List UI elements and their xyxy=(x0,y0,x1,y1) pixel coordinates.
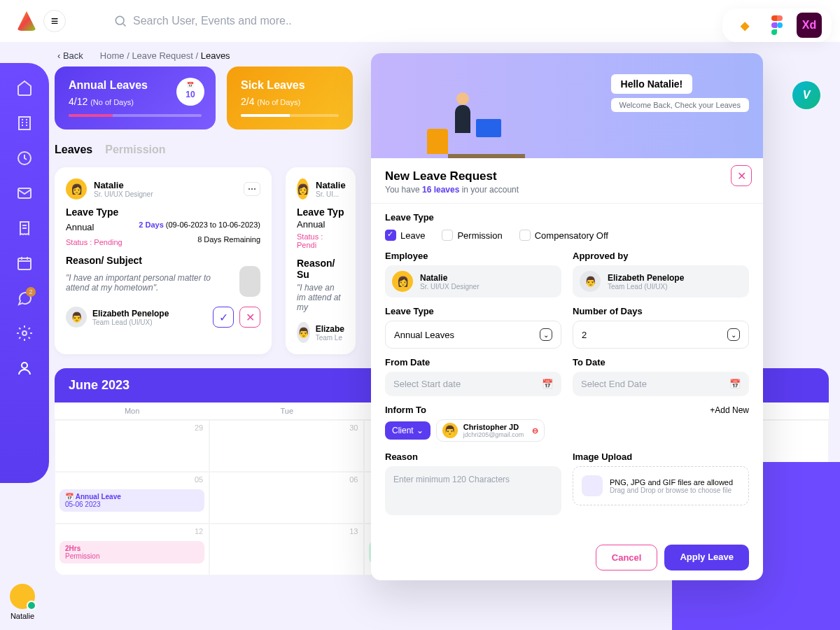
xd-icon: Xd xyxy=(797,13,822,38)
from-date-input[interactable]: Select Start date📅 xyxy=(385,372,561,396)
new-leave-modal: Hello Natalie! Welcome Back, Check your … xyxy=(371,53,763,580)
calendar-icon[interactable] xyxy=(16,255,33,272)
search-icon xyxy=(113,14,127,28)
image-icon xyxy=(582,475,603,496)
chat-icon[interactable]: 2 xyxy=(16,290,33,307)
leave-request-card: 👩 NatalieSr. UI/UX Designer ⋯ Leave Type… xyxy=(55,167,272,354)
chevron-down-icon: ⌄ xyxy=(540,328,552,341)
tab-permission[interactable]: Permission xyxy=(105,144,165,156)
calendar-icon: 📅 xyxy=(729,379,741,389)
checkbox-leave[interactable]: Leave xyxy=(385,230,425,241)
sick-leave-card[interactable]: Sick Leaves 2/4 (No of Days) xyxy=(227,66,353,130)
hamburger-button[interactable]: ≡ xyxy=(43,10,66,32)
to-date-input[interactable]: Select End Date📅 xyxy=(573,372,749,396)
remove-contact-button[interactable]: ⊖ xyxy=(532,426,538,435)
avatar: 👩 xyxy=(297,178,309,200)
search-placeholder: Search User, Events and more.. xyxy=(133,15,292,27)
calendar-icon: 📅 xyxy=(542,379,553,389)
event-permission[interactable]: 2HrsPermission xyxy=(59,541,204,564)
event-annual[interactable]: 📅 Annual Leave05-06 2023 xyxy=(59,489,204,512)
contact-chip: 👨 Christopher JDjdchri205@gmail.com ⊖ xyxy=(436,419,545,442)
svg-point-8 xyxy=(22,363,27,368)
more-icon[interactable]: ⋯ xyxy=(244,182,260,196)
back-button[interactable]: ‹ Back xyxy=(57,50,83,61)
user-icon[interactable] xyxy=(16,360,33,377)
reason-image xyxy=(239,266,261,297)
svg-rect-6 xyxy=(18,258,31,270)
building-icon[interactable] xyxy=(16,115,33,132)
sketch-icon: ◆ xyxy=(732,13,757,38)
reject-button[interactable]: ✕ xyxy=(239,307,260,328)
chevron-down-icon: ⌄ xyxy=(727,328,740,341)
reason-textarea[interactable]: Enter minimum 120 Characters xyxy=(385,466,561,515)
mail-icon[interactable] xyxy=(16,185,33,202)
svg-rect-3 xyxy=(19,117,30,130)
svg-point-7 xyxy=(22,331,27,335)
avatar: 👨 xyxy=(66,307,87,328)
breadcrumb: Home / Leave Request / Leaves xyxy=(100,50,230,61)
client-chip[interactable]: Client ⌄ xyxy=(385,421,430,440)
checkbox-compoff[interactable]: Compensatory Off xyxy=(519,230,608,241)
svg-point-2 xyxy=(777,22,783,28)
add-new-button[interactable]: +Add New xyxy=(710,405,749,415)
annual-leave-card[interactable]: Annual Leaves 4/12 (No of Days) 📅10 xyxy=(55,66,216,130)
approve-button[interactable]: ✓ xyxy=(213,307,234,328)
hourglass-icon[interactable] xyxy=(16,150,33,167)
modal-hero: Hello Natalie! Welcome Back, Check your … xyxy=(371,53,763,158)
upload-dropzone[interactable]: PNG, JPG and GIF files are allowedDrag a… xyxy=(573,466,749,505)
app-logo xyxy=(17,11,36,31)
home-icon[interactable] xyxy=(16,80,33,97)
avatar xyxy=(10,584,35,609)
brand-badge: V xyxy=(792,81,820,109)
date-badge: 📅10 xyxy=(176,78,204,106)
leave-request-card: 👩 NatalieSr. UI... Leave Typ Annual Stat… xyxy=(286,167,356,354)
leave-type-select[interactable]: Annual Leaves⌄ xyxy=(385,321,561,349)
search-input[interactable]: Search User, Events and more.. xyxy=(105,8,734,34)
apply-button[interactable]: Apply Leave xyxy=(664,545,749,570)
chevron-down-icon: ⌄ xyxy=(416,426,424,435)
current-user[interactable]: Natalie xyxy=(10,584,35,620)
settings-icon[interactable] xyxy=(16,325,33,342)
figma-icon xyxy=(764,13,790,38)
tab-leaves[interactable]: Leaves xyxy=(55,144,92,156)
sidebar: 2 xyxy=(0,63,49,483)
close-button[interactable]: ✕ xyxy=(731,165,752,186)
tool-badges: ◆ Xd xyxy=(722,8,832,42)
receipt-icon[interactable] xyxy=(16,220,33,237)
employee-field[interactable]: 👩 NatalieSr. UI/UX Designer xyxy=(385,265,561,298)
cancel-button[interactable]: Cancel xyxy=(596,545,658,570)
avatar: 👩 xyxy=(66,178,87,200)
modal-title: New Leave Request xyxy=(385,169,749,183)
approver-field[interactable]: 👨 Elizabeth PenelopeTeam Lead (UI/UX) xyxy=(573,265,749,298)
svg-point-0 xyxy=(115,16,124,24)
days-select[interactable]: 2⌄ xyxy=(573,321,749,349)
checkbox-permission[interactable]: Permission xyxy=(442,230,502,241)
